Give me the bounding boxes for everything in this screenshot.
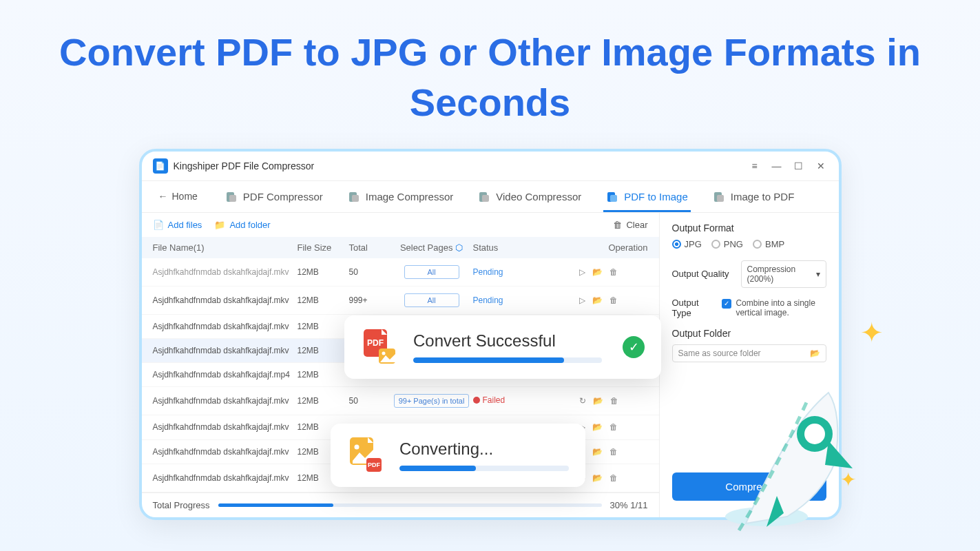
output-type-label: Output Type xyxy=(672,298,716,318)
svg-text:PDF: PDF xyxy=(367,338,384,348)
file-total: 50 xyxy=(349,267,390,277)
radio-icon xyxy=(672,240,681,249)
svg-rect-3 xyxy=(352,195,359,202)
file-name: Asjdhfkahdfnmdab dskahfkajdajf.mkv xyxy=(153,295,298,305)
file-size: 12MB xyxy=(298,322,349,331)
compress-button[interactable]: Compress xyxy=(672,472,826,501)
folder-open-icon[interactable]: 📂 xyxy=(592,447,603,457)
combine-checkbox[interactable]: ✓ Combine into a single vertical image. xyxy=(722,298,826,318)
page-select[interactable]: All xyxy=(390,293,473,307)
minimize-button[interactable]: — xyxy=(770,159,784,173)
svg-rect-1 xyxy=(229,195,236,202)
format-radios: JPGPNGBMP xyxy=(672,239,826,249)
tab-pdf-to-image[interactable]: PDF to Image xyxy=(603,181,691,212)
delete-icon[interactable]: 🗑 xyxy=(609,447,618,457)
total-progress: Total Progress 30% 1/11 xyxy=(142,492,659,517)
tab-icon xyxy=(478,191,490,203)
delete-icon[interactable]: 🗑 xyxy=(609,473,618,483)
col-total: Total xyxy=(349,242,390,253)
toolbar: 📄 Add files 📁 Add folder 🗑 Clear xyxy=(142,213,659,237)
toast-success-title: Convert Successful xyxy=(413,331,602,351)
menu-icon[interactable]: ≡ xyxy=(748,159,762,173)
radio-icon xyxy=(711,240,720,249)
folder-open-icon[interactable]: 📂 xyxy=(592,422,603,432)
file-status: Pending xyxy=(473,295,556,305)
svg-point-13 xyxy=(382,352,386,355)
image-to-pdf-icon: PDF xyxy=(347,436,386,475)
svg-point-15 xyxy=(355,445,359,450)
tab-image-to-pdf[interactable]: Image to PDF xyxy=(710,181,797,212)
table-row[interactable]: Asjdhfkahdfnmdab dskahfkajdajf.mkv12MB50… xyxy=(142,387,659,415)
col-size: File Size xyxy=(298,242,349,253)
folder-browse-icon[interactable]: 📂 xyxy=(810,349,820,358)
folder-input[interactable]: Same as source folder 📂 xyxy=(672,344,826,362)
tab-video-compressor[interactable]: Video Compressor xyxy=(475,181,584,212)
tab-icon xyxy=(713,191,725,203)
sparkle-icon: ✦ xyxy=(860,317,884,349)
page-select[interactable]: 99+ Page(s) in total xyxy=(390,394,473,408)
page-select[interactable]: All xyxy=(390,265,473,279)
delete-icon[interactable]: 🗑 xyxy=(610,396,618,406)
home-label: Home xyxy=(172,191,198,202)
folder-open-icon[interactable]: 📂 xyxy=(593,396,603,406)
output-format-label: Output Format xyxy=(672,222,826,233)
file-name: Asjdhfkahdfnmdab dskahfkajdajf.mp4 xyxy=(153,370,298,380)
retry-icon[interactable]: ↻ xyxy=(579,396,586,406)
tab-icon xyxy=(348,191,360,203)
progress-label: Total Progress xyxy=(153,500,210,510)
table-row[interactable]: Asjdhfkahdfnmdab dskahfkajdajf.mkv12MB99… xyxy=(142,287,659,315)
file-name: Asjdhfkahdfnmdab dskahfkajdajf.mkv xyxy=(153,473,298,483)
file-status: Failed xyxy=(473,395,556,406)
close-button[interactable]: ✕ xyxy=(814,159,828,173)
add-folder-button[interactable]: 📁 Add folder xyxy=(214,220,270,230)
file-size: 12MB xyxy=(298,370,349,380)
delete-icon[interactable]: 🗑 xyxy=(609,295,618,305)
add-files-button[interactable]: 📄 Add files xyxy=(153,220,202,230)
svg-rect-7 xyxy=(610,195,617,202)
clear-button[interactable]: 🗑 Clear xyxy=(613,220,647,230)
converting-toast: PDF Converting... xyxy=(331,424,585,487)
delete-icon[interactable]: 🗑 xyxy=(609,422,618,432)
svg-rect-5 xyxy=(482,195,489,202)
progress-text: 30% 1/11 xyxy=(610,500,648,510)
home-button[interactable]: ← Home xyxy=(153,181,203,211)
chevron-down-icon: ▾ xyxy=(816,269,820,279)
file-name: Asjdhfkahdfnmdab dskahfkajdajf.mkv xyxy=(153,267,298,277)
file-size: 12MB xyxy=(298,346,349,355)
svg-rect-9 xyxy=(717,195,724,202)
folder-open-icon[interactable]: 📂 xyxy=(592,267,603,277)
file-name: Asjdhfkahdfnmdab dskahfkajdajf.mkv xyxy=(153,447,298,457)
format-radio-bmp[interactable]: BMP xyxy=(753,239,784,249)
toast-converting-title: Converting... xyxy=(399,439,569,459)
convert-success-toast: PDF Convert Successful ✓ xyxy=(344,315,661,379)
tab-pdf-compressor[interactable]: PDF Compressor xyxy=(222,181,326,212)
file-status: Pending xyxy=(473,267,556,277)
table-row[interactable]: Asjdhfkahdfnmdab dskahfkajdajf.mkv12MB50… xyxy=(142,258,659,287)
output-quality-label: Output Quality xyxy=(672,269,734,279)
play-icon[interactable]: ▷ xyxy=(579,295,585,305)
col-status: Status xyxy=(473,242,556,253)
app-title: Kingshiper PDF File Compressor xyxy=(174,160,740,171)
file-name: Asjdhfkahdfnmdab dskahfkajdajf.mkv xyxy=(153,346,298,355)
svg-text:PDF: PDF xyxy=(368,461,381,468)
folder-add-icon: 📁 xyxy=(214,220,225,230)
file-add-icon: 📄 xyxy=(153,220,164,230)
maximize-button[interactable]: ☐ xyxy=(792,159,806,173)
file-name: Asjdhfkahdfnmdab dskahfkajdajf.mkv xyxy=(153,322,298,331)
tab-image-compressor[interactable]: Image Compressor xyxy=(345,181,457,212)
quality-select[interactable]: Compression (200%) ▾ xyxy=(741,260,826,288)
toast-progress xyxy=(413,357,602,363)
delete-icon[interactable]: 🗑 xyxy=(609,267,618,277)
folder-open-icon[interactable]: 📂 xyxy=(592,295,603,305)
output-folder-label: Output Folder xyxy=(672,328,826,339)
file-size: 12MB xyxy=(298,396,349,406)
toast-progress xyxy=(399,466,569,471)
file-size: 12MB xyxy=(298,295,349,305)
format-radio-jpg[interactable]: JPG xyxy=(672,239,702,249)
play-icon[interactable]: ▷ xyxy=(579,267,585,277)
check-icon: ✓ xyxy=(722,299,731,309)
output-panel: Output Format JPGPNGBMP Output Quality C… xyxy=(660,213,839,517)
format-radio-png[interactable]: PNG xyxy=(711,239,743,249)
sparkle-icon: ✦ xyxy=(840,468,856,491)
folder-open-icon[interactable]: 📂 xyxy=(592,473,603,483)
